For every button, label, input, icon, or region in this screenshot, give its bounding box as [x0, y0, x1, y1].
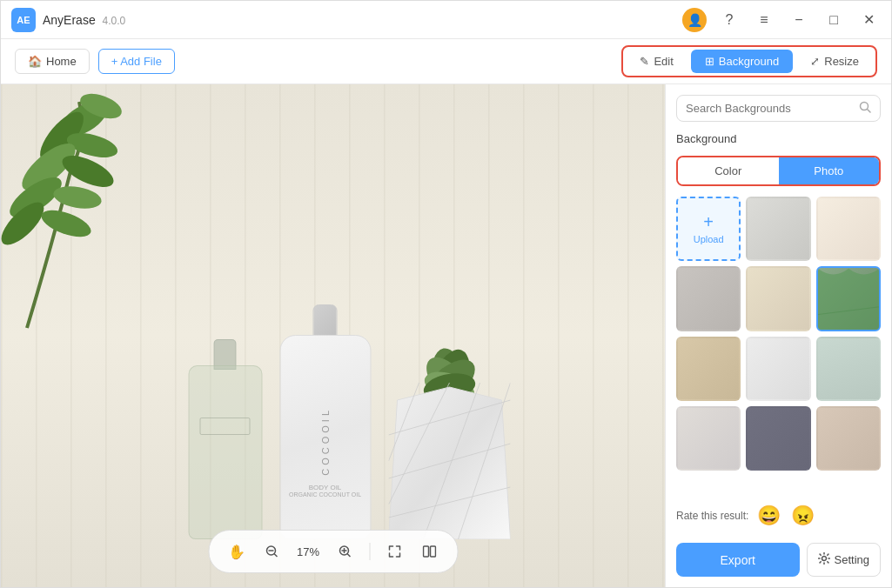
- export-button[interactable]: Export: [676, 543, 800, 577]
- svg-rect-30: [423, 546, 428, 557]
- maximize-icon[interactable]: □: [822, 8, 846, 32]
- background-section-label: Background: [676, 132, 881, 145]
- bg-thumb-1[interactable]: [746, 197, 810, 261]
- bg-thumb-8[interactable]: [816, 337, 881, 401]
- toolbar-tabs: ✎ Edit ⊞ Background ⤢ Resize: [621, 45, 877, 77]
- happy-emoji-button[interactable]: 😄: [755, 503, 782, 529]
- glass-bottle: [188, 339, 262, 539]
- svg-line-33: [868, 110, 871, 113]
- main-content: COCOOIL BODY OIL ORGANIC COCONUT OIL: [1, 84, 891, 587]
- bottles-container: COCOOIL BODY OIL ORGANIC COCONUT OIL: [188, 304, 510, 539]
- search-input[interactable]: [686, 102, 854, 115]
- home-icon: 🏠: [28, 55, 42, 68]
- background-icon: ⊞: [705, 55, 714, 68]
- bottle-brand-text: COCOOIL: [320, 407, 331, 476]
- svg-point-9: [38, 204, 95, 242]
- close-icon[interactable]: ✕: [856, 8, 881, 32]
- plant-pot: [388, 383, 510, 539]
- edit-icon: ✎: [640, 55, 649, 68]
- zoom-out-button[interactable]: [258, 538, 285, 565]
- bg-thumb-7[interactable]: [746, 337, 810, 401]
- panel-spacer: [676, 481, 881, 489]
- menu-icon[interactable]: ≡: [752, 8, 776, 32]
- bg-thumb-9[interactable]: [676, 406, 741, 471]
- fullscreen-button[interactable]: [380, 538, 408, 565]
- lotion-bottle: COCOOIL BODY OIL ORGANIC COCONUT OIL: [279, 304, 371, 539]
- search-bar: [676, 95, 881, 122]
- angry-emoji-button[interactable]: 😠: [789, 503, 816, 529]
- zoom-level: 17%: [292, 545, 324, 558]
- toolbar-divider: [369, 543, 370, 560]
- toolbar-left: 🏠 Home + Add File: [15, 49, 175, 74]
- svg-line-27: [347, 554, 351, 558]
- app-logo: AE: [11, 8, 36, 32]
- bg-thumb-10[interactable]: [746, 406, 810, 471]
- svg-line-24: [274, 554, 278, 558]
- title-bar-left: AE AnyErase 4.0.0: [11, 8, 125, 32]
- resize-icon: ⤢: [810, 55, 820, 68]
- right-panel: Background Color Photo + Upload: [665, 84, 891, 587]
- bg-thumb-11[interactable]: [816, 406, 881, 471]
- search-icon: [859, 101, 871, 116]
- hand-tool-button[interactable]: ✋: [223, 538, 251, 565]
- edit-tab[interactable]: ✎ Edit: [626, 50, 687, 73]
- canvas-image: COCOOIL BODY OIL ORGANIC COCONUT OIL: [1, 84, 665, 587]
- svg-rect-31: [430, 546, 435, 557]
- bg-thumb-5[interactable]: [816, 266, 881, 331]
- background-tabs: Color Photo: [676, 156, 881, 186]
- bg-thumb-3[interactable]: [676, 266, 741, 331]
- background-tab[interactable]: ⊞ Background: [691, 50, 793, 73]
- add-file-button[interactable]: + Add File: [98, 49, 175, 74]
- title-bar: AE AnyErase 4.0.0 👤 ? ≡ − □ ✕: [1, 1, 891, 39]
- svg-point-35: [822, 557, 826, 561]
- split-view-button[interactable]: [415, 538, 443, 565]
- setting-icon: [818, 552, 830, 567]
- app-window: AE AnyErase 4.0.0 👤 ? ≡ − □ ✕ 🏠 Home + A…: [0, 0, 892, 588]
- canvas-area: COCOOIL BODY OIL ORGANIC COCONUT OIL: [1, 84, 665, 587]
- minimize-icon[interactable]: −: [787, 8, 811, 32]
- rating-label: Rate this result:: [676, 510, 748, 522]
- color-tab[interactable]: Color: [678, 157, 779, 184]
- app-title: AnyErase 4.0.0: [43, 13, 125, 27]
- bottom-toolbar: ✋ 17%: [208, 530, 458, 573]
- rating-row: Rate this result: 😄 😠: [676, 503, 881, 529]
- photo-tab[interactable]: Photo: [779, 157, 880, 184]
- resize-tab[interactable]: ⤢ Resize: [796, 50, 873, 73]
- upload-plus-icon: +: [703, 213, 714, 231]
- help-icon[interactable]: ?: [717, 8, 741, 32]
- background-grid: + Upload: [676, 197, 881, 471]
- upload-thumb[interactable]: + Upload: [676, 197, 741, 261]
- bg-thumb-2[interactable]: [816, 197, 881, 261]
- toolbar: 🏠 Home + Add File ✎ Edit ⊞ Background ⤢ …: [1, 39, 891, 84]
- bottom-actions: Export Setting: [676, 543, 881, 577]
- bg-thumb-4[interactable]: [746, 266, 810, 331]
- plant-decoration: [1, 84, 192, 345]
- bottle-sub-text: BODY OIL ORGANIC COCONUT OIL: [289, 484, 361, 498]
- avatar-icon[interactable]: 👤: [682, 8, 707, 32]
- home-button[interactable]: 🏠 Home: [15, 49, 90, 74]
- bg-thumb-6[interactable]: [676, 337, 741, 401]
- title-bar-right: 👤 ? ≡ − □ ✕: [682, 8, 881, 32]
- zoom-in-button[interactable]: [331, 538, 359, 565]
- upload-label: Upload: [694, 234, 724, 244]
- setting-button[interactable]: Setting: [807, 543, 881, 577]
